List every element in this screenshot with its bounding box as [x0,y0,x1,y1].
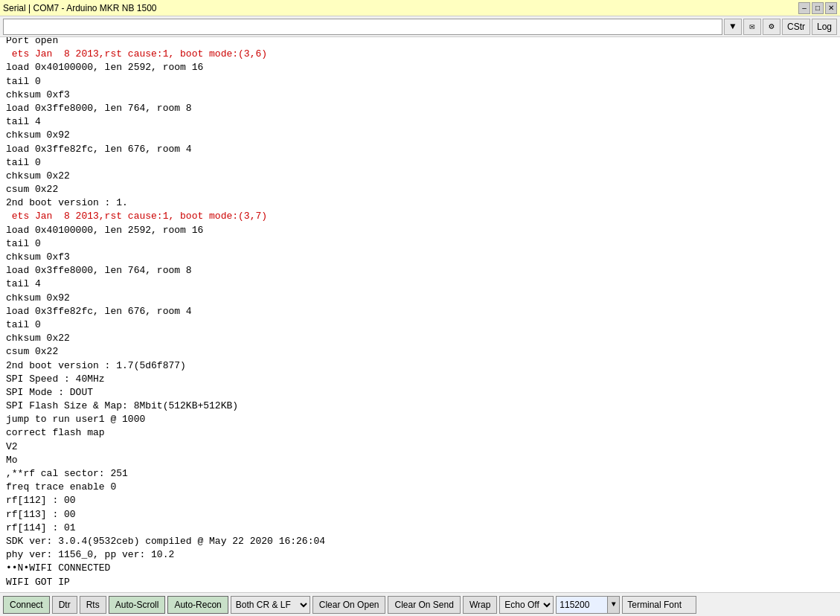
bottom-toolbar: Connect Dtr Rts Auto-Scroll Auto-Recon B… [0,592,840,616]
font-label[interactable]: Terminal Font [622,596,696,614]
send-input[interactable] [3,19,722,35]
connect-button[interactable]: Connect [3,596,50,614]
close-button[interactable]: ✕ [825,2,837,14]
window-title: Serial | COM7 - Arduino MKR NB 1500 [3,3,157,13]
cstr-button[interactable]: CStr [782,19,810,35]
clear-on-send-button[interactable]: Clear On Send [388,596,460,614]
title-bar: Serial | COM7 - Arduino MKR NB 1500 – □ … [0,0,840,16]
log-button[interactable]: Log [812,19,837,35]
dropdown-send-arrow[interactable]: ▼ [724,19,742,35]
line-ending-select[interactable]: Both CR & LF No line ending Newline Carr… [231,596,310,614]
baud-group: ▼ [556,596,620,614]
top-toolbar: ▼ ✉ ⚙ CStr Log [0,16,840,37]
email-icon[interactable]: ✉ [743,19,761,35]
restore-button[interactable]: □ [812,2,824,14]
baud-dropdown-arrow[interactable]: ▼ [608,596,620,614]
echo-group: Echo Off Echo On [499,596,554,614]
autorecon-button[interactable]: Auto-Recon [167,596,228,614]
echo-select[interactable]: Echo Off Echo On [499,596,554,614]
minimize-button[interactable]: – [798,2,810,14]
autoscroll-button[interactable]: Auto-Scroll [109,596,166,614]
serial-output: Port open ets Jan 8 2013,rst cause:1, bo… [0,37,840,592]
rts-button[interactable]: Rts [80,596,106,614]
wrap-button[interactable]: Wrap [463,596,497,614]
dtr-button[interactable]: Dtr [52,596,77,614]
line-ending-group: Both CR & LF No line ending Newline Carr… [231,596,310,614]
settings-icon[interactable]: ⚙ [763,19,780,35]
baud-input[interactable] [556,596,608,614]
window-controls: – □ ✕ [798,2,837,14]
clear-on-open-button[interactable]: Clear On Open [312,596,386,614]
